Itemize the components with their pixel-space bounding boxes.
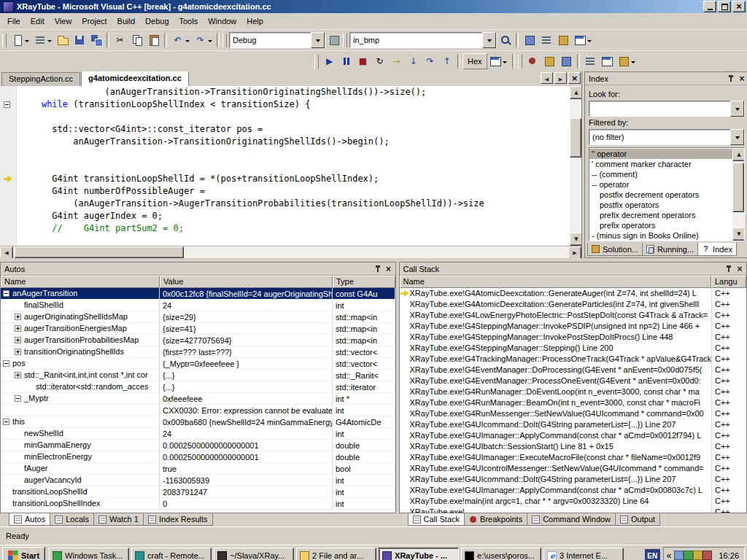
callstack-row[interactable]: XRayTube.exe!G4RunManager::DoEventLoop(i… bbox=[400, 386, 746, 397]
toolbar-grip[interactable] bbox=[518, 55, 522, 69]
stop-debugging-button[interactable]: ■ bbox=[355, 53, 371, 69]
tray-icon-1[interactable] bbox=[674, 551, 684, 560]
pin-button[interactable] bbox=[724, 264, 734, 273]
close-panel-button[interactable] bbox=[737, 74, 747, 83]
callstack-row[interactable]: XRayTube.exe!G4UImanager::ApplyCommand(c… bbox=[400, 430, 746, 441]
index-list-item[interactable]: postfix operators bbox=[589, 200, 732, 210]
autos-row[interactable]: augerOriginatingShellIdsMap{size=29}std:… bbox=[1, 311, 395, 323]
callstack-row[interactable]: XRayTube.exe!G4RunMessenger::SetNewValue… bbox=[400, 408, 746, 419]
code-line[interactable]: G4int numberOfPossibleAuger = bbox=[0, 185, 570, 198]
taskbar-button-windows-task[interactable]: Windows Task... bbox=[49, 548, 129, 560]
index-list-item[interactable]: prefix operators bbox=[589, 220, 732, 230]
code-line[interactable] bbox=[0, 148, 570, 160]
step-into-button[interactable]: ↓ bbox=[405, 53, 422, 69]
autos-row[interactable]: augerVacancyId-1163005939int bbox=[1, 475, 395, 486]
taskbar-button-e-users-poros[interactable]: e:\users\poros... bbox=[461, 548, 541, 560]
code-editor[interactable]: (anAugerTransition->TransitionOriginatin… bbox=[0, 86, 581, 246]
column-header-language[interactable]: Langu bbox=[711, 276, 746, 288]
minimize-button[interactable] bbox=[703, 1, 716, 12]
other-windows-button[interactable] bbox=[571, 32, 594, 48]
show-next-statement-button[interactable]: → bbox=[388, 53, 405, 69]
autos-row[interactable]: anAugerTransition0x00c12fc8 {finalShellI… bbox=[1, 288, 395, 300]
vertical-scrollbar-thumb[interactable] bbox=[732, 163, 744, 212]
step-out-button[interactable]: ↑ bbox=[438, 53, 455, 69]
code-line[interactable]: (anAugerTransition->AugerTransitionProba… bbox=[0, 198, 570, 210]
autos-row[interactable]: _Myptr0xfeeefeeeint * bbox=[1, 393, 395, 405]
menu-debug[interactable]: Debug bbox=[140, 15, 174, 28]
document-tab-steppingaction-cc[interactable]: SteppingAction.cc bbox=[1, 72, 80, 86]
autos-row[interactable]: finalShellId24int bbox=[1, 300, 395, 311]
registers-window-button[interactable] bbox=[599, 53, 616, 69]
callstack-row[interactable]: XRayTube.exe!G4SteppingManager::InvokePo… bbox=[400, 332, 746, 343]
autos-row[interactable]: pos{_Myptr=0xfeeefeee }std::vector< bbox=[1, 358, 395, 370]
index-list-item[interactable]: prefix decrement operators bbox=[589, 210, 732, 220]
menu-file[interactable]: File bbox=[2, 15, 26, 28]
menu-build[interactable]: Build bbox=[112, 15, 140, 28]
disassembly-button[interactable] bbox=[616, 53, 638, 69]
pin-button[interactable] bbox=[726, 74, 736, 83]
toolbar-grip[interactable] bbox=[314, 55, 319, 69]
callstack-row[interactable]: XRayTube.exe!G4EventManager::ProcessOneE… bbox=[400, 376, 746, 386]
paste-button[interactable] bbox=[145, 32, 162, 48]
callstack-row[interactable]: XRayTube.exe!G4UImanager::ApplyCommand(c… bbox=[400, 485, 746, 496]
properties-window-button[interactable] bbox=[538, 32, 554, 48]
expand-icon[interactable] bbox=[15, 349, 21, 355]
menu-view[interactable]: View bbox=[50, 15, 77, 28]
debug-tab-locals[interactable]: Locals bbox=[50, 513, 94, 526]
autos-row[interactable]: std::iterator<std::random_acces{...}std:… bbox=[1, 381, 395, 393]
autos-row[interactable]: this0x009ba680 {newShellId=24 minGammaEn… bbox=[1, 416, 395, 428]
debug-tab-autos[interactable]: Autos bbox=[9, 513, 50, 526]
continue-button[interactable]: ▶ bbox=[321, 53, 338, 69]
callstack-row[interactable]: XRayTube.exe!G4AtomicDeexcitation::Gener… bbox=[400, 288, 746, 299]
menu-tools[interactable]: Tools bbox=[174, 15, 204, 28]
column-header-type[interactable]: Type bbox=[333, 276, 395, 288]
output-tab-output[interactable]: Output bbox=[615, 513, 660, 526]
filter-combo[interactable]: (no filter) bbox=[589, 129, 745, 145]
debug-windows-button[interactable] bbox=[487, 53, 510, 69]
list-scrollbar[interactable] bbox=[732, 148, 744, 241]
autos-row[interactable]: fAugertruebool bbox=[1, 463, 395, 475]
vertical-scrollbar-thumb[interactable] bbox=[570, 118, 581, 158]
scrollbar-track[interactable] bbox=[732, 161, 744, 228]
toolbox-button[interactable] bbox=[554, 32, 571, 48]
collapse-icon[interactable] bbox=[3, 360, 9, 367]
menu-window[interactable]: Window bbox=[203, 15, 241, 28]
code-line[interactable]: std::vector<G4int>::const_iterator pos = bbox=[0, 123, 570, 136]
tray-icon-2[interactable] bbox=[684, 551, 693, 560]
code-line[interactable] bbox=[0, 160, 570, 173]
solution-explorer-button[interactable] bbox=[521, 32, 538, 48]
dropdown-arrow-icon[interactable] bbox=[482, 32, 496, 48]
autos-row[interactable]: augerTransitionProbabilitiesMap{size=427… bbox=[1, 335, 395, 346]
close-panel-button[interactable] bbox=[735, 264, 745, 273]
document-tab-g4atomicdeexcitation-cc[interactable]: g4atomicdeexcitation.cc bbox=[81, 71, 189, 86]
autos-row[interactable]: newShellId24int bbox=[1, 428, 395, 440]
code-line[interactable]: (anAugerTransition->TransitionOriginatin… bbox=[0, 86, 570, 98]
close-panel-button[interactable] bbox=[384, 264, 394, 273]
collapse-icon[interactable] bbox=[3, 419, 9, 425]
dropdown-arrow-icon[interactable] bbox=[730, 129, 744, 145]
output-tab-command-window[interactable]: Command Window bbox=[527, 513, 616, 526]
tab-scroll-left-button[interactable] bbox=[541, 72, 553, 84]
index-list-item[interactable]: -- (comment) bbox=[589, 169, 732, 179]
start-button[interactable]: Start bbox=[2, 547, 45, 560]
pin-button[interactable] bbox=[373, 264, 383, 273]
restart-button[interactable]: ↻ bbox=[371, 53, 388, 69]
scroll-up-button[interactable] bbox=[732, 148, 745, 161]
code-line[interactable]: anAugerTransition->TransitionOriginating… bbox=[0, 136, 570, 148]
code-line[interactable] bbox=[0, 111, 570, 123]
scrollbar-track[interactable] bbox=[570, 99, 581, 233]
new-file-button[interactable] bbox=[9, 32, 31, 48]
toolbar-grip[interactable] bbox=[343, 34, 347, 47]
expand-icon[interactable] bbox=[15, 314, 21, 320]
tray-icon-4[interactable] bbox=[703, 551, 712, 560]
autos-row[interactable]: minGammaEnergy0.00025000000000000001doub… bbox=[1, 440, 395, 451]
column-header-name[interactable]: Name bbox=[400, 276, 711, 288]
expand-icon[interactable] bbox=[15, 372, 21, 378]
index-tab-solution[interactable]: Solution... bbox=[587, 243, 643, 256]
index-tab-index[interactable]: Index bbox=[697, 243, 737, 256]
save-button[interactable] bbox=[71, 32, 88, 48]
copy-button[interactable] bbox=[128, 32, 145, 48]
scrollbar-track[interactable] bbox=[13, 246, 568, 258]
index-list-item[interactable]: ' comment marker character bbox=[589, 159, 732, 169]
code-line[interactable]: while (transitionLoopShellIndex < transi… bbox=[0, 98, 570, 111]
